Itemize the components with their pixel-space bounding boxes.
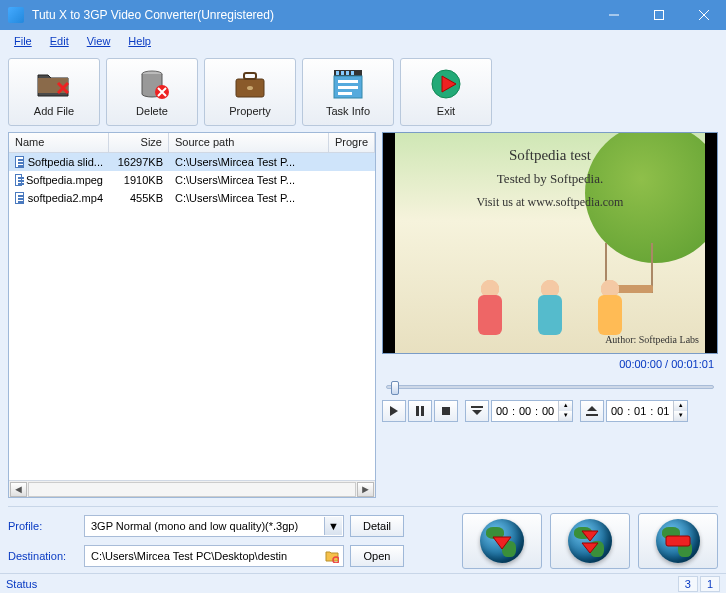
delete-button[interactable]: Delete	[106, 58, 198, 126]
task-info-button[interactable]: Task Info	[302, 58, 394, 126]
stop-button[interactable]	[434, 400, 458, 422]
svg-rect-17	[338, 92, 352, 95]
convert-selected-button[interactable]	[462, 513, 542, 569]
col-size[interactable]: Size	[109, 133, 169, 152]
profile-label: Profile:	[8, 520, 78, 532]
convert-all-button[interactable]	[550, 513, 630, 569]
toolbar: Add File Delete Property Task Info Exit	[8, 58, 718, 126]
end-time-input[interactable]: 00: 01: 01 ▲▼	[606, 400, 688, 422]
add-file-button[interactable]: Add File	[8, 58, 100, 126]
col-path[interactable]: Source path	[169, 133, 329, 152]
profile-combo[interactable]: 3GP Normal (mono and low quality)(*.3gp)…	[84, 515, 344, 537]
status-label: Status	[6, 578, 37, 590]
table-row[interactable]: softpedia2.mp4455KBC:\Users\Mircea Test …	[9, 189, 375, 207]
browse-folder-icon[interactable]	[325, 549, 339, 563]
menu-edit[interactable]: Edit	[42, 33, 77, 49]
task-info-icon	[330, 67, 366, 101]
menu-file[interactable]: File	[6, 33, 40, 49]
exit-button[interactable]: Exit	[400, 58, 492, 126]
property-button[interactable]: Property	[204, 58, 296, 126]
detail-button[interactable]: Detail	[350, 515, 404, 537]
file-icon	[15, 192, 24, 204]
svg-rect-13	[351, 71, 354, 75]
seek-thumb[interactable]	[391, 381, 399, 395]
minimize-button[interactable]	[591, 0, 636, 30]
svg-rect-10	[336, 71, 339, 75]
preview-text-2: Tested by Softpedia.	[395, 171, 705, 187]
video-preview[interactable]: Softpedia test Tested by Softpedia. Visi…	[382, 132, 718, 354]
mark-out-button[interactable]	[580, 400, 604, 422]
svg-rect-19	[416, 406, 419, 416]
svg-point-8	[247, 86, 253, 90]
preview-panel: Softpedia test Tested by Softpedia. Visi…	[382, 132, 718, 498]
status-count-total: 3	[678, 576, 698, 592]
start-time-input[interactable]: 00: 00: 00 ▲▼	[491, 400, 573, 422]
file-icon	[15, 156, 24, 168]
horizontal-scrollbar[interactable]: ◄ ►	[9, 480, 375, 497]
briefcase-icon	[232, 67, 268, 101]
menu-help[interactable]: Help	[120, 33, 159, 49]
app-icon	[8, 7, 24, 23]
status-count-selected: 1	[700, 576, 720, 592]
file-icon	[15, 174, 22, 186]
trash-icon	[134, 67, 170, 101]
scroll-track[interactable]	[28, 482, 356, 497]
open-button[interactable]: Open	[350, 545, 404, 567]
file-rows[interactable]: Softpedia slid...16297KBC:\Users\Mircea …	[9, 153, 375, 480]
seek-slider[interactable]	[382, 378, 718, 396]
menu-view[interactable]: View	[79, 33, 119, 49]
column-headers: Name Size Source path Progre	[9, 133, 375, 153]
svg-rect-7	[244, 73, 256, 79]
svg-rect-23	[586, 414, 598, 416]
table-row[interactable]: Softpedia slid...16297KBC:\Users\Mircea …	[9, 153, 375, 171]
destination-label: Destination:	[8, 550, 78, 562]
svg-rect-11	[341, 71, 344, 75]
pause-button[interactable]	[408, 400, 432, 422]
playback-controls: 00: 00: 00 ▲▼ 00: 01: 01 ▲▼	[382, 400, 718, 422]
file-list: Name Size Source path Progre Softpedia s…	[8, 132, 376, 498]
end-time-spinner[interactable]: ▲▼	[673, 401, 687, 421]
menu-bar: File Edit View Help	[0, 30, 726, 52]
folder-add-icon	[36, 67, 72, 101]
table-row[interactable]: Softpedia.mpeg1910KBC:\Users\Mircea Test…	[9, 171, 375, 189]
svg-rect-15	[338, 80, 358, 83]
stop-convert-button[interactable]	[638, 513, 718, 569]
svg-rect-25	[666, 536, 690, 546]
destination-input[interactable]: C:\Users\Mircea Test PC\Desktop\destin	[84, 545, 344, 567]
svg-rect-16	[338, 86, 358, 89]
start-time-spinner[interactable]: ▲▼	[558, 401, 572, 421]
window-title: Tutu X to 3GP Video Converter(Unregister…	[32, 8, 591, 22]
play-button[interactable]	[382, 400, 406, 422]
maximize-button[interactable]	[636, 0, 681, 30]
preview-text-1: Softpedia test	[395, 147, 705, 164]
exit-icon	[428, 67, 464, 101]
svg-rect-22	[471, 406, 483, 408]
scroll-right-button[interactable]: ►	[357, 482, 374, 497]
chevron-down-icon[interactable]: ▼	[324, 517, 342, 535]
preview-text-3: Visit us at www.softpedia.com	[395, 195, 705, 210]
action-buttons	[462, 513, 718, 569]
title-bar: Tutu X to 3GP Video Converter(Unregister…	[0, 0, 726, 30]
col-progress[interactable]: Progre	[329, 133, 375, 152]
close-button[interactable]	[681, 0, 726, 30]
col-name[interactable]: Name	[9, 133, 109, 152]
mark-in-button[interactable]	[465, 400, 489, 422]
svg-rect-21	[442, 407, 450, 415]
time-display: 00:00:00 / 00:01:01	[382, 358, 718, 374]
output-settings: Profile: 3GP Normal (mono and low qualit…	[8, 513, 404, 569]
scroll-left-button[interactable]: ◄	[10, 482, 27, 497]
svg-rect-12	[346, 71, 349, 75]
status-bar: Status 3 1	[0, 573, 726, 593]
svg-rect-1	[654, 11, 663, 20]
svg-rect-20	[421, 406, 424, 416]
